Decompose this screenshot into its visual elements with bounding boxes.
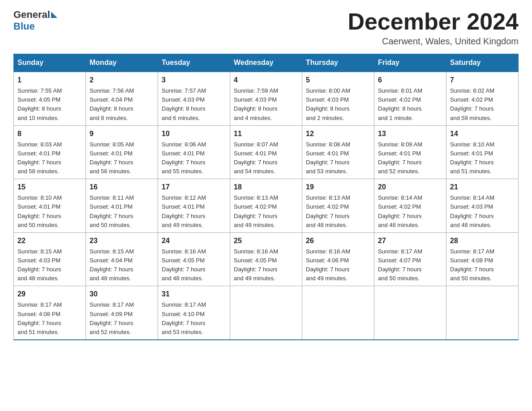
day-info: Sunrise: 8:12 AM Sunset: 4:01 PM Dayligh… <box>162 193 226 230</box>
day-number: 13 <box>378 128 442 139</box>
day-info: Sunrise: 8:03 AM Sunset: 4:01 PM Dayligh… <box>17 140 82 176</box>
page-header: General Blue December 2024 Caerwent, Wal… <box>13 9 519 47</box>
calendar-day-cell: 15Sunrise: 8:10 AM Sunset: 4:01 PM Dayli… <box>14 179 86 233</box>
calendar-day-cell: 13Sunrise: 8:09 AM Sunset: 4:01 PM Dayli… <box>374 125 446 179</box>
day-number: 18 <box>234 182 298 193</box>
day-number: 1 <box>17 75 82 86</box>
calendar-day-cell: 23Sunrise: 8:15 AM Sunset: 4:04 PM Dayli… <box>86 232 158 286</box>
calendar-week-row: 29Sunrise: 8:17 AM Sunset: 4:08 PM Dayli… <box>14 286 519 340</box>
day-number: 15 <box>17 182 82 193</box>
day-info: Sunrise: 8:14 AM Sunset: 4:03 PM Dayligh… <box>450 193 515 230</box>
calendar-day-cell: 28Sunrise: 8:17 AM Sunset: 4:08 PM Dayli… <box>446 232 519 286</box>
calendar-day-cell: 29Sunrise: 8:17 AM Sunset: 4:08 PM Dayli… <box>14 286 86 340</box>
day-number: 22 <box>17 235 82 246</box>
calendar-day-cell: 22Sunrise: 8:15 AM Sunset: 4:03 PM Dayli… <box>14 232 86 286</box>
day-info: Sunrise: 8:01 AM Sunset: 4:02 PM Dayligh… <box>378 86 442 123</box>
calendar-day-cell: 14Sunrise: 8:10 AM Sunset: 4:01 PM Dayli… <box>446 125 519 179</box>
calendar-day-cell: 8Sunrise: 8:03 AM Sunset: 4:01 PM Daylig… <box>14 125 86 179</box>
calendar-day-cell: 31Sunrise: 8:17 AM Sunset: 4:10 PM Dayli… <box>158 286 230 340</box>
day-info: Sunrise: 8:10 AM Sunset: 4:01 PM Dayligh… <box>450 140 515 176</box>
day-number: 9 <box>90 128 154 139</box>
day-number: 8 <box>17 128 82 139</box>
day-number: 11 <box>234 128 298 139</box>
day-of-week-header: Monday <box>86 54 158 72</box>
day-info: Sunrise: 7:59 AM Sunset: 4:03 PM Dayligh… <box>234 86 298 123</box>
day-info: Sunrise: 8:15 AM Sunset: 4:03 PM Dayligh… <box>17 247 82 283</box>
day-info: Sunrise: 8:13 AM Sunset: 4:02 PM Dayligh… <box>306 193 370 230</box>
day-info: Sunrise: 8:06 AM Sunset: 4:01 PM Dayligh… <box>162 140 226 176</box>
day-info: Sunrise: 8:17 AM Sunset: 4:08 PM Dayligh… <box>450 247 515 283</box>
day-number: 27 <box>378 235 442 246</box>
calendar-day-cell: 21Sunrise: 8:14 AM Sunset: 4:03 PM Dayli… <box>446 179 519 233</box>
calendar-day-cell: 24Sunrise: 8:16 AM Sunset: 4:05 PM Dayli… <box>158 232 230 286</box>
day-of-week-header: Saturday <box>446 54 519 72</box>
day-number: 26 <box>306 235 370 246</box>
day-info: Sunrise: 8:07 AM Sunset: 4:01 PM Dayligh… <box>234 140 298 176</box>
day-info: Sunrise: 8:17 AM Sunset: 4:09 PM Dayligh… <box>90 300 154 337</box>
calendar-table: SundayMondayTuesdayWednesdayThursdayFrid… <box>13 54 519 340</box>
day-info: Sunrise: 7:55 AM Sunset: 4:05 PM Dayligh… <box>17 86 82 123</box>
day-info: Sunrise: 8:11 AM Sunset: 4:01 PM Dayligh… <box>90 193 154 230</box>
day-number: 30 <box>90 289 154 300</box>
day-number: 23 <box>90 235 154 246</box>
logo-blue-text: Blue <box>13 21 35 32</box>
day-info: Sunrise: 8:00 AM Sunset: 4:03 PM Dayligh… <box>306 86 370 123</box>
calendar-day-cell: 25Sunrise: 8:16 AM Sunset: 4:05 PM Dayli… <box>230 232 302 286</box>
calendar-day-cell: 1Sunrise: 7:55 AM Sunset: 4:05 PM Daylig… <box>14 72 86 125</box>
calendar-day-cell: 4Sunrise: 7:59 AM Sunset: 4:03 PM Daylig… <box>230 72 302 125</box>
calendar-day-cell: 30Sunrise: 8:17 AM Sunset: 4:09 PM Dayli… <box>86 286 158 340</box>
day-number: 29 <box>17 289 82 300</box>
day-info: Sunrise: 8:10 AM Sunset: 4:01 PM Dayligh… <box>17 193 82 230</box>
day-number: 7 <box>450 75 515 86</box>
calendar-day-cell: 17Sunrise: 8:12 AM Sunset: 4:01 PM Dayli… <box>158 179 230 233</box>
day-of-week-header: Friday <box>374 54 446 72</box>
calendar-day-cell: 18Sunrise: 8:13 AM Sunset: 4:02 PM Dayli… <box>230 179 302 233</box>
logo: General Blue <box>13 9 58 32</box>
calendar-day-cell: 20Sunrise: 8:14 AM Sunset: 4:02 PM Dayli… <box>374 179 446 233</box>
title-area: December 2024 Caerwent, Wales, United Ki… <box>348 9 519 47</box>
calendar-week-row: 8Sunrise: 8:03 AM Sunset: 4:01 PM Daylig… <box>14 125 519 179</box>
location-subtitle: Caerwent, Wales, United Kingdom <box>348 36 519 47</box>
calendar-day-cell: 5Sunrise: 8:00 AM Sunset: 4:03 PM Daylig… <box>302 72 374 125</box>
calendar-day-cell: 7Sunrise: 8:02 AM Sunset: 4:02 PM Daylig… <box>446 72 519 125</box>
day-of-week-header: Sunday <box>14 54 86 72</box>
calendar-week-row: 15Sunrise: 8:10 AM Sunset: 4:01 PM Dayli… <box>14 179 519 233</box>
calendar-day-cell <box>446 286 519 340</box>
day-info: Sunrise: 8:05 AM Sunset: 4:01 PM Dayligh… <box>90 140 154 176</box>
day-info: Sunrise: 8:08 AM Sunset: 4:01 PM Dayligh… <box>306 140 370 176</box>
calendar-header: SundayMondayTuesdayWednesdayThursdayFrid… <box>14 54 519 72</box>
day-info: Sunrise: 8:17 AM Sunset: 4:10 PM Dayligh… <box>162 300 226 337</box>
day-number: 12 <box>306 128 370 139</box>
day-info: Sunrise: 8:15 AM Sunset: 4:04 PM Dayligh… <box>90 247 154 283</box>
day-number: 21 <box>450 182 515 193</box>
day-info: Sunrise: 8:13 AM Sunset: 4:02 PM Dayligh… <box>234 193 298 230</box>
day-number: 3 <box>162 75 226 86</box>
day-of-week-header: Thursday <box>302 54 374 72</box>
calendar-day-cell <box>302 286 374 340</box>
day-of-week-header: Tuesday <box>158 54 230 72</box>
day-of-week-header: Wednesday <box>230 54 302 72</box>
calendar-day-cell: 27Sunrise: 8:17 AM Sunset: 4:07 PM Dayli… <box>374 232 446 286</box>
day-number: 24 <box>162 235 226 246</box>
day-number: 19 <box>306 182 370 193</box>
day-number: 2 <box>90 75 154 86</box>
day-number: 6 <box>378 75 442 86</box>
day-info: Sunrise: 8:02 AM Sunset: 4:02 PM Dayligh… <box>450 86 515 123</box>
calendar-day-cell: 16Sunrise: 8:11 AM Sunset: 4:01 PM Dayli… <box>86 179 158 233</box>
day-number: 20 <box>378 182 442 193</box>
calendar-day-cell: 11Sunrise: 8:07 AM Sunset: 4:01 PM Dayli… <box>230 125 302 179</box>
calendar-week-row: 1Sunrise: 7:55 AM Sunset: 4:05 PM Daylig… <box>14 72 519 125</box>
day-number: 17 <box>162 182 226 193</box>
day-number: 4 <box>234 75 298 86</box>
day-info: Sunrise: 7:57 AM Sunset: 4:03 PM Dayligh… <box>162 86 226 123</box>
calendar-body: 1Sunrise: 7:55 AM Sunset: 4:05 PM Daylig… <box>14 72 519 340</box>
day-info: Sunrise: 8:16 AM Sunset: 4:05 PM Dayligh… <box>234 247 298 283</box>
calendar-day-cell <box>230 286 302 340</box>
logo-arrow-icon <box>51 12 57 18</box>
calendar-day-cell <box>374 286 446 340</box>
day-info: Sunrise: 7:56 AM Sunset: 4:04 PM Dayligh… <box>90 86 154 123</box>
day-info: Sunrise: 8:16 AM Sunset: 4:06 PM Dayligh… <box>306 247 370 283</box>
day-info: Sunrise: 8:09 AM Sunset: 4:01 PM Dayligh… <box>378 140 442 176</box>
day-info: Sunrise: 8:14 AM Sunset: 4:02 PM Dayligh… <box>378 193 442 230</box>
calendar-day-cell: 10Sunrise: 8:06 AM Sunset: 4:01 PM Dayli… <box>158 125 230 179</box>
